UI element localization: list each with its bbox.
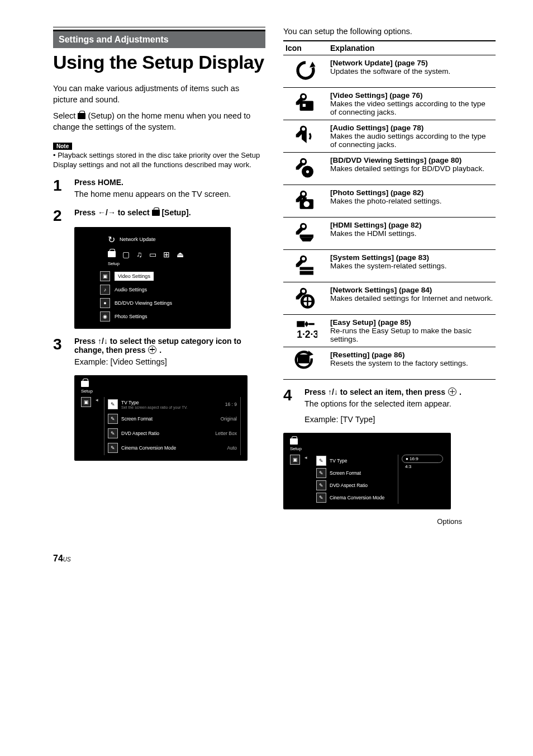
- table-row: [Video Settings] (page 76)Makes the vide…: [283, 88, 496, 120]
- step-2-text: Press: [74, 208, 98, 217]
- video-settings-screenshot: Setup ▣ ◂ ✎ TV Type Set the screen aspec…: [74, 375, 248, 461]
- explain-desc: Makes the video settings according to th…: [330, 100, 493, 116]
- row-icon: ✎: [316, 456, 326, 466]
- intro-paragraph-2: Select (Setup) on the home menu when you…: [53, 111, 265, 133]
- setup-icon: [152, 210, 160, 216]
- photo-settings-icon: ◉: [100, 311, 110, 322]
- table-explanation: [Audio Settings] (page 78)Makes the audi…: [328, 120, 496, 153]
- step-3-heading: Press ↑/↓ to select the setup category i…: [74, 337, 265, 355]
- up-down-arrows: ↑/↓: [98, 337, 108, 346]
- ss3-row0-label: TV Type: [121, 400, 188, 405]
- audio-settings-icon: [283, 120, 328, 153]
- ss2-setup-label: Setup: [108, 261, 224, 266]
- ss3-setup-label: Setup: [81, 389, 241, 394]
- svg-rect-11: [297, 321, 304, 327]
- explain-desc: Makes the audio settings according to th…: [330, 132, 493, 149]
- svg-point-3: [306, 170, 309, 173]
- page-title: Using the Setup Display: [53, 51, 265, 73]
- ss3-row1-value: Original: [221, 416, 237, 422]
- step-number: 2: [53, 208, 66, 224]
- system-settings-icon: [283, 250, 328, 282]
- ss2-bddvd: BD/DVD Viewing Settings: [115, 300, 172, 306]
- setup-home-icon: [108, 251, 116, 257]
- table-explanation: [Easy Setup] (page 85)Re-runs the Easy S…: [328, 315, 496, 347]
- resetting-icon: [283, 347, 328, 380]
- photo-home-icon: ▢: [122, 250, 130, 259]
- ss3-row2-value: Letter Box: [215, 431, 237, 436]
- explain-title: [Network Settings] (page 84): [330, 286, 493, 294]
- step-4: 4 Press ↑/↓ to select an item, then pres…: [283, 388, 496, 429]
- explain-desc: Makes detailed settings for Internet and…: [330, 294, 493, 303]
- step-4-text: Press: [304, 388, 328, 396]
- hdmi-settings-icon: [283, 218, 328, 250]
- explain-desc: Updates the software of the system.: [330, 67, 493, 75]
- section-banner: Settings and Adjustments: [53, 30, 265, 48]
- table-row: [HDMI Settings] (page 82)Makes the HDMI …: [283, 218, 496, 250]
- page-number-value: 74: [53, 554, 63, 563]
- ss2-network-update: Network Update: [120, 237, 156, 242]
- table-row: [Audio Settings] (page 78)Makes the audi…: [283, 120, 496, 153]
- table-explanation: [HDMI Settings] (page 82)Makes the HDMI …: [328, 218, 496, 250]
- easy-setup-icon: 1·2·3: [283, 315, 328, 347]
- explain-title: [Easy Setup] (page 85): [330, 318, 493, 327]
- explain-title: [Network Update] (page 75): [330, 59, 493, 67]
- enter-button-icon: [448, 388, 456, 396]
- step-2-text: to select: [116, 208, 152, 217]
- step-2-heading: Press ←/→ to select [Setup].: [74, 208, 265, 217]
- svg-rect-9: [300, 271, 314, 275]
- video-settings-icon: [283, 88, 328, 120]
- step-4-text: to select an item, then press: [338, 388, 448, 396]
- section-top-rule: [53, 27, 265, 27]
- input-home-icon: ⏏: [177, 250, 184, 259]
- table-explanation: [Resetting] (page 86)Resets the system t…: [328, 347, 496, 380]
- table-explanation: [Network Settings] (page 84)Makes detail…: [328, 282, 496, 315]
- explain-desc: Makes the photo-related settings.: [330, 197, 493, 205]
- ss4-row3: Cinema Conversion Mode: [330, 495, 384, 500]
- photo-settings-icon: [283, 185, 328, 218]
- caret-icon: ◂: [93, 397, 101, 403]
- table-row: [BD/DVD Viewing Settings] (page 80)Makes…: [283, 153, 496, 185]
- step-4-text: .: [457, 388, 461, 396]
- step-4-heading: Press ↑/↓ to select an item, then press …: [304, 388, 496, 396]
- up-down-arrows: ↑/↓: [328, 388, 338, 396]
- explain-desc: Makes detailed settings for BD/DVD playb…: [330, 164, 493, 173]
- video-home-icon: ▭: [149, 250, 156, 259]
- explain-title: [Video Settings] (page 76): [330, 91, 493, 100]
- svg-text:1·2·3: 1·2·3: [297, 329, 317, 340]
- ss3-row0-sub: Set the screen aspect ratio of your TV.: [121, 405, 188, 409]
- svg-rect-1: [303, 104, 306, 107]
- video-icon: ▣: [290, 455, 300, 465]
- explain-title: [Photo Settings] (page 82): [330, 188, 493, 197]
- step-4-body: The options for the selected item appear…: [304, 399, 496, 410]
- video-settings-icon: ▣: [100, 271, 110, 281]
- home-menu-screenshot: ↻ Network Update ▢ ♫ ▭ ⊞ ⏏ Setup ▣ Video…: [74, 227, 231, 329]
- audio-settings-icon: ♪: [100, 285, 110, 295]
- ss2-audio: Audio Settings: [115, 287, 147, 292]
- network-settings-icon: [283, 282, 328, 315]
- tv-type-screenshot: Setup ▣ ◂ ✎TV Type ✎Screen Format ✎DVD A…: [283, 433, 451, 509]
- svg-point-5: [304, 201, 310, 207]
- page-region: US: [63, 556, 71, 563]
- bddvd-settings-icon: ●: [100, 298, 110, 308]
- row-icon: ✎: [316, 493, 326, 503]
- step-2: 2 Press ←/→ to select [Setup].: [53, 208, 265, 224]
- step-number: 3: [53, 337, 66, 352]
- step-1-heading: Press HOME.: [74, 178, 265, 187]
- step-3-text: .: [157, 346, 161, 355]
- step-3: 3 Press ↑/↓ to select the setup category…: [53, 337, 265, 372]
- table-row: [Network Update] (page 75)Updates the so…: [283, 55, 496, 88]
- explain-desc: Resets the system to the factory setting…: [330, 359, 493, 367]
- row-icon: ✎: [108, 414, 118, 424]
- ss3-row3-value: Auto: [227, 445, 237, 451]
- explain-title: [Resetting] (page 86): [330, 351, 493, 359]
- table-explanation: [BD/DVD Viewing Settings] (page 80)Makes…: [328, 153, 496, 185]
- table-row: [System Settings] (page 83)Makes the sys…: [283, 250, 496, 282]
- note-body: Playback settings stored in the disc tak…: [53, 151, 265, 170]
- step-1: 1 Press HOME. The home menu appears on t…: [53, 178, 265, 205]
- ss2-video: Video Settings: [115, 272, 154, 281]
- table-row: [Photo Settings] (page 82)Makes the phot…: [283, 185, 496, 218]
- ss4-row0: TV Type: [330, 458, 348, 464]
- explain-desc: Re-runs the Easy Setup to make the basic…: [330, 327, 493, 343]
- ss3-row1-label: Screen Format: [121, 416, 153, 422]
- table-explanation: [System Settings] (page 83)Makes the sys…: [328, 250, 496, 282]
